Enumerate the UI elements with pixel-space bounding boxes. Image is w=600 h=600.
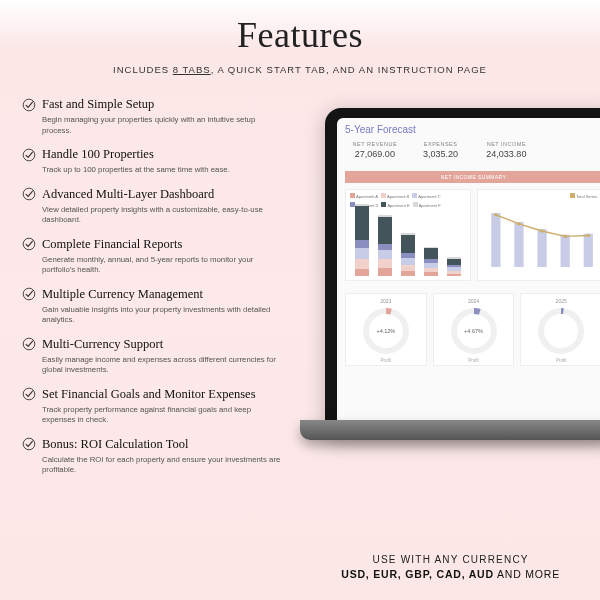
gauge-card: 2024+4.67%Profit xyxy=(433,293,515,366)
check-icon xyxy=(22,287,36,301)
gauge-row: 2023+4.12%Profit2024+4.67%Profit2025Prof… xyxy=(337,285,600,374)
bar-segment xyxy=(401,258,415,265)
svg-point-16 xyxy=(563,235,567,238)
line-stage xyxy=(482,204,598,276)
feature-title: Bonus: ROI Calculation Tool xyxy=(42,437,188,452)
feature-item: Multi-Currency SupportEasily manage inco… xyxy=(22,337,290,376)
svg-point-0 xyxy=(23,99,35,111)
line-chart: Total Series xyxy=(477,189,601,281)
feature-item: Fast and Simple SetupBegin managing your… xyxy=(22,97,290,136)
gauge-year: 2025 xyxy=(523,298,599,304)
laptop-mockup: 5-Year Forecast NET REVENUE27,069.00EXPE… xyxy=(300,108,600,488)
svg-point-2 xyxy=(23,188,35,200)
svg-rect-10 xyxy=(537,229,546,267)
feature-item: Complete Financial ReportsGenerate month… xyxy=(22,237,290,276)
svg-point-13 xyxy=(493,213,497,216)
bar-group xyxy=(401,204,415,276)
laptop-base xyxy=(300,420,600,440)
bar-segment xyxy=(378,217,392,243)
kpi-value: 27,069.00 xyxy=(345,149,405,159)
feature-desc: Calculate the ROI for each property and … xyxy=(42,455,282,476)
bar-segment xyxy=(424,248,438,259)
kpi-card: NET INCOME24,033.80 xyxy=(477,141,537,159)
svg-point-14 xyxy=(516,222,520,225)
check-icon xyxy=(22,387,36,401)
svg-rect-9 xyxy=(514,222,523,267)
kpi-label: NET REVENUE xyxy=(345,141,405,147)
svg-point-1 xyxy=(23,149,35,161)
gauge-caption: Profit xyxy=(348,358,424,363)
legend-item: Apartment B xyxy=(381,193,409,199)
feature-title: Fast and Simple Setup xyxy=(42,97,154,112)
laptop-screen: 5-Year Forecast NET REVENUE27,069.00EXPE… xyxy=(337,118,600,428)
bar-segment xyxy=(401,235,415,253)
legend-item: Apartment A xyxy=(350,193,378,199)
gauge-year: 2024 xyxy=(436,298,512,304)
subtitle-suffix: , A QUICK START TAB, AND AN INSTRUCTION … xyxy=(211,64,487,75)
bar-segment xyxy=(424,272,438,276)
kpi-card: EXPENSES3,035.20 xyxy=(411,141,471,159)
svg-point-7 xyxy=(23,438,35,450)
gauge-value: +4.12% xyxy=(361,306,411,356)
bar-segment xyxy=(355,269,369,276)
subtitle-tabs: 8 TABS xyxy=(173,64,211,75)
gauge-caption: Profit xyxy=(523,358,599,363)
kpi-value: 3,035.20 xyxy=(411,149,471,159)
feature-item: Set Financial Goals and Monitor Expenses… xyxy=(22,387,290,426)
gauge-value: +4.67% xyxy=(449,306,499,356)
feature-item: Handle 100 PropertiesTrack up to 100 pro… xyxy=(22,147,290,176)
gauge-ring xyxy=(536,306,586,356)
gauge-value xyxy=(536,306,586,356)
kpi-card: NET REVENUE27,069.00 xyxy=(345,141,405,159)
svg-point-15 xyxy=(539,229,543,232)
gauge-card: 2023+4.12%Profit xyxy=(345,293,427,366)
bar-segment xyxy=(355,240,369,248)
feature-title: Multiple Currency Management xyxy=(42,287,203,302)
currency-line1: USE WITH ANY CURRENCY xyxy=(341,554,560,565)
kpi-card xyxy=(542,141,600,159)
feature-title: Handle 100 Properties xyxy=(42,147,154,162)
summary-header: NET INCOME SUMMARY xyxy=(345,171,600,183)
svg-rect-11 xyxy=(560,235,569,267)
svg-rect-8 xyxy=(491,213,500,267)
forecast-title: 5-Year Forecast xyxy=(337,118,600,139)
check-icon xyxy=(22,148,36,162)
bar-segment xyxy=(355,206,369,240)
gauge-ring: +4.67% xyxy=(449,306,499,356)
feature-desc: Track property performance against finan… xyxy=(42,405,282,426)
bar-segment xyxy=(355,259,369,269)
bar-group xyxy=(424,204,438,276)
bar-segment xyxy=(378,259,392,267)
legend-item: Apartment C xyxy=(412,193,440,199)
feature-item: Bonus: ROI Calculation ToolCalculate the… xyxy=(22,437,290,476)
kpi-label: EXPENSES xyxy=(411,141,471,147)
charts-row: Apartment AApartment BApartment CApartme… xyxy=(337,185,600,285)
check-icon xyxy=(22,187,36,201)
subtitle-prefix: INCLUDES xyxy=(113,64,173,75)
bar-segment xyxy=(355,248,369,259)
currency-rest: AND MORE xyxy=(494,568,560,580)
feature-title: Set Financial Goals and Monitor Expenses xyxy=(42,387,256,402)
laptop-body: 5-Year Forecast NET REVENUE27,069.00EXPE… xyxy=(325,108,600,438)
gauge-card: 2025Profit xyxy=(520,293,600,366)
svg-point-6 xyxy=(23,388,35,400)
bar-group xyxy=(378,204,392,276)
bar-segment xyxy=(378,268,392,276)
line-legend: Total Series xyxy=(480,192,600,200)
currency-line2: USD, EUR, GBP, CAD, AUD AND MORE xyxy=(341,568,560,580)
check-icon xyxy=(22,337,36,351)
check-icon xyxy=(22,237,36,251)
bar-group xyxy=(447,204,461,276)
bar-segment xyxy=(447,274,461,276)
feature-item: Multiple Currency ManagementGain valuabl… xyxy=(22,287,290,326)
feature-desc: Track up to 100 properties at the same t… xyxy=(42,165,282,176)
bar-segment xyxy=(401,271,415,276)
gauge-year: 2023 xyxy=(348,298,424,304)
check-icon xyxy=(22,437,36,451)
currency-bold: USD, EUR, GBP, CAD, AUD xyxy=(341,568,494,580)
gauge-ring: +4.12% xyxy=(361,306,411,356)
kpi-label: NET INCOME xyxy=(477,141,537,147)
bars-stage xyxy=(350,204,466,276)
feature-title: Advanced Multi-Layer Dashboard xyxy=(42,187,214,202)
svg-point-17 xyxy=(586,234,590,237)
